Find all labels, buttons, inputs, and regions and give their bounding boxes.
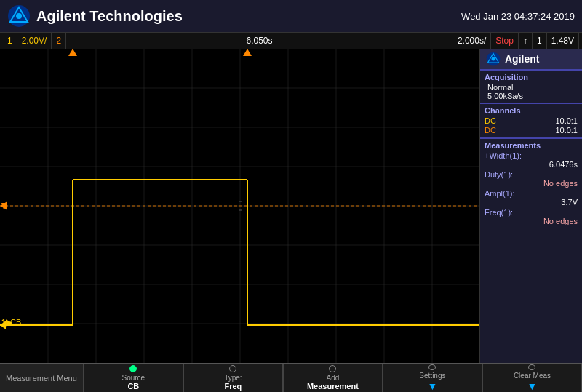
meas-freq-noedges: No edges: [485, 217, 578, 225]
agilent-small-logo: [486, 52, 501, 66]
ch1-coupling: DC: [485, 116, 496, 125]
measurements-section: Measurements +Width(1): 6.0476s Duty(1):…: [480, 137, 582, 229]
trig-marker-2: [243, 49, 252, 56]
ch2-ratio: 10.0:1: [555, 126, 578, 135]
clear-meas-button[interactable]: Clear Meas ▼: [482, 364, 582, 392]
type-button[interactable]: Type: Freq: [183, 364, 283, 392]
meas-width: +Width(1): 6.0476s: [485, 151, 578, 169]
add-meas-indicator: [329, 365, 336, 372]
scope-display: T 1▶ CB: [0, 49, 480, 363]
acquisition-section: Acquisition Normal 5.00kSa/s: [480, 69, 582, 103]
right-panel: Agilent Acquisition Normal 5.00kSa/s Cha…: [480, 49, 582, 363]
trigger-level: 1.48V: [547, 33, 579, 49]
source-label-top: Source: [122, 374, 146, 382]
meas-duty-noedges: No edges: [485, 179, 578, 188]
acq-state: Stop: [491, 33, 519, 49]
settings-label-top: Settings: [419, 372, 445, 380]
trigger-ch: 1: [533, 33, 547, 49]
ch2-label: T: [1, 201, 7, 210]
meas-freq-label: Freq(1):: [485, 208, 578, 217]
status-bar: 1 2.00V/ 2 6.050s 2.000s/ Stop ↑ 1 1.48V: [0, 33, 582, 49]
trigger-edge-icon: ↑: [519, 33, 533, 49]
right-panel-header: Agilent: [480, 49, 582, 69]
channels-title: Channels: [485, 106, 578, 115]
add-measurement-button[interactable]: Add Measurement: [283, 364, 383, 392]
clear-meas-arrow: ▼: [527, 380, 538, 392]
source-button[interactable]: Source CB: [84, 364, 183, 392]
settings-button[interactable]: Settings ▼: [383, 364, 482, 392]
time-scale: 2.000s/: [453, 33, 491, 49]
acquisition-title: Acquisition: [485, 73, 578, 81]
trig-marker-1: [68, 49, 77, 56]
svg-point-2: [16, 13, 22, 19]
add-meas-label-bottom: Measurement: [307, 382, 359, 391]
source-label-bottom: CB: [127, 382, 139, 391]
channels-section: Channels DC 10.0:1 DC 10.0:1: [480, 103, 582, 137]
add-meas-label-top: Add: [327, 374, 340, 382]
clear-meas-indicator: [528, 364, 535, 370]
ch1-ratio: 10.0:1: [555, 116, 578, 125]
right-brand-label: Agilent: [505, 53, 539, 65]
time-ref: 6.050s: [66, 33, 453, 49]
meas-duty-label: Duty(1):: [485, 170, 578, 179]
clear-meas-label-top: Clear Meas: [514, 372, 551, 380]
datetime-display: Wed Jan 23 04:37:24 2019: [461, 11, 575, 22]
settings-arrow: ▼: [428, 380, 438, 392]
meas-width-label: +Width(1):: [485, 151, 578, 160]
svg-point-27: [492, 57, 495, 61]
meas-ampl-label: Ampl(1):: [485, 189, 578, 198]
settings-indicator: [428, 364, 436, 370]
agilent-logo: [7, 4, 31, 28]
ch1-number: 1: [3, 33, 17, 49]
bottom-menu: Measurement Menu Source CB Type: Freq Ad…: [0, 363, 582, 392]
company-title: Agilent Technologies: [36, 8, 183, 25]
meas-freq: Freq(1): No edges: [485, 208, 578, 225]
ch1-row: DC 10.0:1: [485, 116, 578, 125]
meas-width-value: 6.0476s: [485, 160, 578, 169]
measurements-title: Measurements: [485, 141, 578, 150]
header: Agilent Technologies Wed Jan 23 04:37:24…: [0, 0, 582, 33]
meas-menu-text: Measurement Menu: [6, 374, 77, 383]
meas-ampl-value: 3.7V: [485, 198, 578, 207]
main-area: T 1▶ CB Agilent Acquisition Normal 5.00k…: [0, 49, 582, 363]
ch2-number: 2: [52, 33, 66, 49]
type-label-top: Type:: [224, 374, 242, 382]
header-left: Agilent Technologies: [7, 4, 183, 28]
scope-traces: [0, 49, 480, 363]
acquisition-mode: Normal: [487, 83, 578, 92]
ch1-scale: 2.00V/: [17, 33, 52, 49]
ch2-row: DC 10.0:1: [485, 126, 578, 135]
ch2-coupling: DC: [485, 126, 496, 135]
meas-ampl: Ampl(1): 3.7V: [485, 189, 578, 207]
source-indicator: [129, 365, 137, 372]
type-label-bottom: Freq: [224, 382, 242, 391]
meas-duty: Duty(1): No edges: [485, 170, 578, 188]
acquisition-rate: 5.00kSa/s: [487, 92, 578, 100]
measurement-menu-label: Measurement Menu: [0, 364, 84, 392]
cb-label: CB: [10, 318, 21, 327]
type-indicator: [229, 365, 236, 372]
